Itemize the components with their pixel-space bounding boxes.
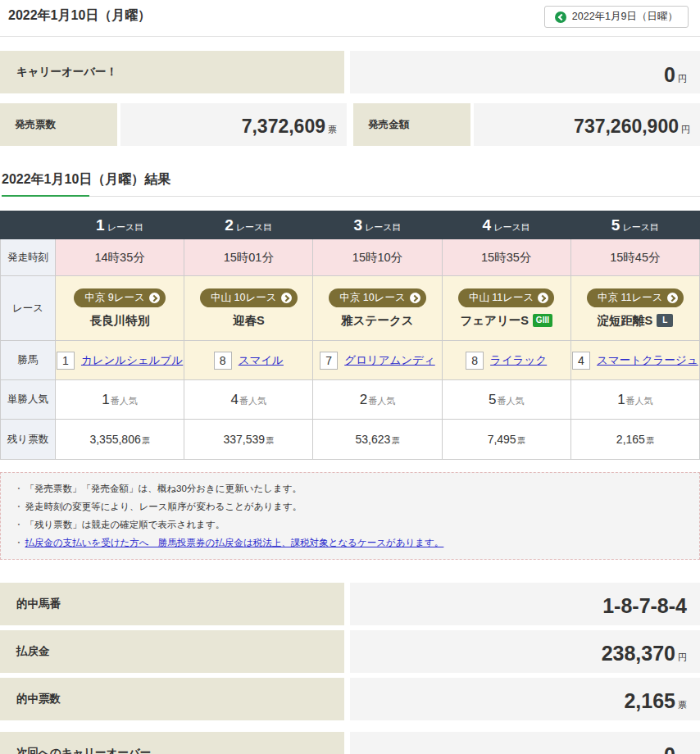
popularity-suffix: 番人気	[626, 396, 653, 406]
popularity-cell-1: 1番人気	[56, 380, 184, 420]
race-1-link-button[interactable]: 中京 9レース	[74, 288, 166, 307]
start-time-race-4: 15時35分	[442, 239, 570, 276]
remaining-number: 53,623	[356, 433, 391, 446]
race-3-number: 3	[353, 216, 362, 234]
remaining-number: 2,165	[616, 433, 645, 446]
race-1-button-label: 中京 9レース	[84, 291, 145, 305]
race-2-link-button[interactable]: 中山 10レース	[200, 288, 297, 307]
race-4-number: 4	[483, 216, 492, 234]
popularity-number: 5	[489, 392, 496, 407]
winner-cell-5: 4 スマートクラージュ	[570, 341, 699, 380]
horse-name-link[interactable]: スマートクラージュ	[597, 353, 698, 368]
start-time-race-3: 15時10分	[313, 239, 442, 276]
horse-name-link[interactable]: グロリアムンディ	[344, 353, 435, 368]
race-5-button-label: 中京 11レース	[598, 291, 663, 305]
remaining-cell-4: 7,495票	[442, 420, 570, 460]
next-carryover-value-cell: 0 円	[350, 732, 700, 754]
carryover-unit: 円	[678, 73, 687, 85]
race-3-link-button[interactable]: 中京 10レース	[329, 288, 425, 307]
horse-name-link[interactable]: ライラック	[490, 353, 547, 368]
race-5-column-header: 5レース目	[570, 211, 699, 239]
carryover-label: キャリーオーバー！	[0, 51, 344, 93]
notes-box: ・「発売票数」「発売金額」は、概ね30分おきに更新いたします。 ・発走時刻の変更…	[0, 472, 700, 560]
start-time-race-5: 15時45分	[570, 239, 699, 276]
refund-amount-label: 払戻金	[0, 630, 344, 673]
remaining-number: 3,355,806	[89, 433, 140, 446]
sales-amount-unit: 円	[681, 124, 690, 136]
top-header: 2022年1月10日（月曜） 2022年1月9日（日曜）	[0, 0, 700, 37]
remaining-votes-row: 残り票数 3,355,806票 337,539票 53,623票 7,495票 …	[1, 420, 700, 460]
sales-tickets-value-cell: 7,372,609 票	[120, 103, 347, 146]
winning-votes-unit: 票	[678, 699, 687, 711]
previous-day-label: 2022年1月9日（日曜）	[572, 10, 678, 24]
arrow-right-icon	[667, 293, 678, 303]
remaining-cell-3: 53,623票	[313, 420, 442, 460]
remaining-votes-row-label: 残り票数	[1, 420, 56, 460]
race-2-column-header: 2レース目	[184, 211, 313, 239]
note-text: 発走時刻の変更等により、レース順序が変わることがあります。	[25, 502, 302, 511]
horse-number-box: 7	[320, 352, 338, 370]
race-4-name-text: フェアリーS	[460, 313, 529, 329]
remaining-unit: 票	[517, 436, 525, 445]
race-2-name-text: 迎春S	[233, 313, 265, 329]
winning-numbers-row: 的中馬番 1-8-7-8-4	[0, 583, 700, 625]
previous-day-button[interactable]: 2022年1月9日（日曜）	[544, 6, 689, 28]
summary-section: 的中馬番 1-8-7-8-4 払戻金 238,370 円 的中票数 2,165 …	[0, 583, 700, 754]
winning-votes-value-cell: 2,165 票	[350, 678, 700, 720]
race-3-name: 雅ステークス	[313, 313, 441, 329]
horse-name-link[interactable]: カレンルシェルブル	[81, 353, 183, 368]
carryover-value-cell: 0 円	[350, 51, 700, 93]
popularity-suffix: 番人気	[111, 396, 138, 406]
race-column-suffix: レース目	[622, 222, 659, 232]
remaining-unit: 票	[142, 436, 150, 445]
winning-numbers-value: 1-8-7-8-4	[602, 596, 687, 616]
popularity-number: 1	[617, 392, 625, 407]
winner-cell-3: 7 グロリアムンディ	[313, 341, 442, 380]
race-4-link-button[interactable]: 中山 11レース	[458, 288, 555, 307]
sales-amount-value-cell: 737,260,900 円	[474, 103, 700, 146]
race-cell-5: 中京 11レース 淀短距離S L	[570, 276, 699, 341]
popularity-suffix: 番人気	[497, 396, 524, 406]
race-2-number: 2	[225, 216, 234, 234]
race-row-label: レース	[1, 276, 56, 341]
circle-arrow-left-icon	[555, 11, 566, 23]
race-cell-2: 中山 10レース 迎春S	[184, 276, 313, 341]
refund-amount-value: 238,370	[602, 643, 675, 664]
winning-numbers-label: 的中馬番	[0, 583, 344, 625]
start-time-race-1: 14時35分	[56, 239, 184, 276]
refund-amount-value-cell: 238,370 円	[350, 630, 700, 673]
horse-number-box: 8	[466, 352, 484, 370]
sales-amount-value: 737,260,900	[574, 117, 679, 136]
carryover-row: キャリーオーバー！ 0 円	[0, 51, 700, 93]
race-3-column-header: 3レース目	[313, 211, 442, 239]
note-bullet: ・	[14, 484, 24, 493]
race-5-grade-badge-listed: L	[657, 314, 673, 327]
race-cell-3: 中京 10レース 雅ステークス	[313, 276, 442, 341]
popularity-suffix: 番人気	[239, 396, 266, 406]
race-3-name-text: 雅ステークス	[341, 313, 413, 329]
race-column-suffix: レース目	[107, 222, 144, 232]
remaining-number: 337,539	[223, 433, 265, 446]
winner-cell-1: 1 カレンルシェルブル	[56, 341, 184, 380]
race-5-name-text: 淀短距離S	[597, 313, 652, 329]
winner-cell-2: 8 スマイル	[184, 341, 313, 380]
corner-header-cell	[1, 211, 56, 239]
start-time-row: 発走時刻 14時35分 15時01分 15時10分 15時35分 15時45分	[1, 239, 700, 276]
popularity-cell-4: 5番人気	[442, 380, 570, 420]
refund-tax-info-link[interactable]: 払戻金の支払いを受けた方へ 勝馬投票券の払戻金は税法上、課税対象となるケースがあ…	[25, 538, 444, 547]
carryover-value: 0	[664, 65, 675, 85]
arrow-right-icon	[410, 293, 420, 303]
popularity-number: 4	[231, 392, 239, 407]
sales-amount-label: 発売金額	[353, 103, 470, 146]
win-popularity-row-label: 単勝人気	[1, 380, 56, 420]
popularity-cell-5: 1番人気	[570, 380, 699, 420]
remaining-number: 7,495	[488, 433, 516, 446]
popularity-cell-2: 4番人気	[184, 380, 313, 420]
horse-name-link[interactable]: スマイル	[239, 353, 284, 368]
race-5-link-button[interactable]: 中京 11レース	[587, 288, 684, 307]
race-4-button-label: 中山 11レース	[469, 291, 534, 305]
next-carryover-value: 0	[664, 745, 675, 754]
race-4-name: フェアリーS GIII	[443, 313, 570, 329]
race-cell-4: 中山 11レース フェアリーS GIII	[442, 276, 570, 341]
sales-row: 発売票数 7,372,609 票 発売金額 737,260,900 円	[0, 103, 700, 146]
